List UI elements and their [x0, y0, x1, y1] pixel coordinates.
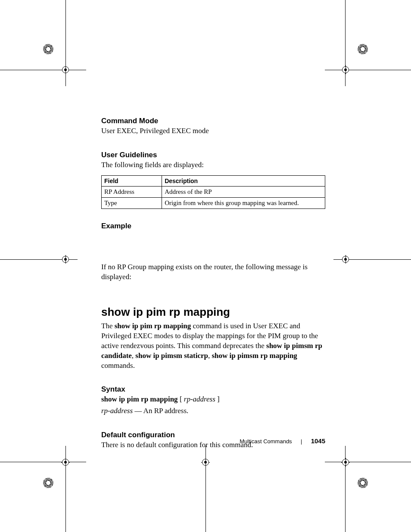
text-fragment: The [101, 322, 115, 330]
text-italic-fragment: rp-address [184, 395, 215, 403]
text-bold-fragment: show ip pim rp mapping [101, 395, 178, 403]
cell-desc: Origin from where this group mapping was… [162, 197, 325, 208]
heading-command-mode: Command Mode [101, 117, 325, 125]
text-fragment: — An RP address. [133, 407, 188, 415]
fields-table: Field Description RP Address Address of … [101, 175, 325, 209]
heading-syntax: Syntax [101, 385, 325, 394]
text-bold-fragment: show ip pim rp mapping [115, 322, 191, 330]
cell-field: RP Address [102, 186, 162, 197]
text-example: If no RP Group mapping exists on the rou… [101, 262, 325, 282]
page-content: Command Mode User EXEC, Privileged EXEC … [101, 110, 325, 452]
crop-mark-icon [333, 454, 368, 493]
text-syntax-line1: show ip pim rp mapping [ rp-address ] [101, 395, 325, 404]
text-main-description: The show ip pim rp mapping command is us… [101, 321, 325, 371]
text-fragment: ] [215, 395, 220, 403]
cell-desc: Address of the RP [162, 186, 325, 197]
col-header-field: Field [102, 175, 162, 186]
footer-section-name: Multicast Commands [240, 438, 292, 445]
text-bold-fragment: show ip pimsm staticrp [135, 352, 208, 360]
table-row: Type Origin from where this group mappin… [102, 197, 325, 208]
heading-main-command: show ip pim rp mapping [101, 305, 325, 319]
text-fragment: commands. [101, 361, 135, 370]
page: Command Mode User EXEC, Privileged EXEC … [0, 0, 411, 532]
text-command-mode: User EXEC, Privileged EXEC mode [101, 126, 325, 136]
footer-separator-icon [301, 439, 302, 445]
crop-mark-icon [188, 454, 223, 493]
heading-user-guidelines: User Guidelines [101, 151, 325, 159]
heading-example: Example [101, 222, 325, 230]
text-syntax-line2: rp-address — An RP address. [101, 406, 325, 416]
page-footer: Multicast Commands 1045 [101, 437, 325, 445]
text-italic-fragment: rp-address [101, 407, 133, 415]
text-fragment: [ [178, 395, 184, 403]
cell-field: Type [102, 197, 162, 208]
crop-mark-icon [342, 254, 368, 293]
crop-mark-icon [43, 254, 69, 293]
text-bold-fragment: show ip pimsm rp mapping [212, 352, 297, 360]
crop-mark-icon [333, 39, 368, 78]
table-row: RP Address Address of the RP [102, 186, 325, 197]
table-header-row: Field Description [102, 175, 325, 186]
crop-mark-icon [43, 454, 78, 493]
crop-mark-icon [43, 39, 78, 78]
col-header-description: Description [162, 175, 325, 186]
text-user-guidelines: The following fields are displayed: [101, 160, 325, 170]
footer-page-number: 1045 [311, 437, 325, 445]
